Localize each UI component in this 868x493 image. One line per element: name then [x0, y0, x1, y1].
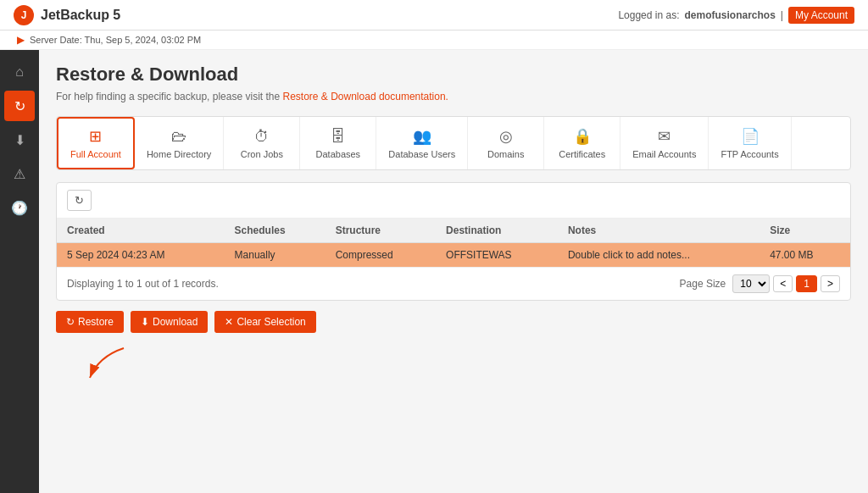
tab-ftp-accounts[interactable]: 📄 FTP Accounts: [709, 117, 791, 169]
app-title: JetBackup 5: [41, 8, 120, 23]
tab-database-users-label: Database Users: [388, 149, 455, 159]
action-buttons-area: ↻ Restore ⬇ Download ✕ Clear Selection: [56, 311, 851, 382]
my-account-button[interactable]: My Account: [788, 7, 854, 24]
pagination-display: Displaying 1 to 1 out of 1 records.: [67, 278, 219, 290]
server-date: Server Date: Thu, Sep 5, 2024, 03:02 PM: [30, 35, 201, 45]
col-header-size: Size: [760, 219, 850, 243]
tab-domains[interactable]: ◎ Domains: [468, 117, 544, 169]
cell-notes[interactable]: Double click to add notes...: [558, 243, 760, 268]
next-page-button[interactable]: >: [821, 275, 840, 292]
download-icon: ⬇: [141, 316, 149, 328]
col-header-structure: Structure: [326, 219, 436, 243]
tab-full-account[interactable]: ⊞ Full Account: [57, 117, 135, 169]
app-branding: J JetBackup 5: [14, 5, 120, 25]
current-page-button[interactable]: 1: [796, 275, 817, 292]
home-directory-icon: 🗁: [171, 128, 186, 146]
cron-jobs-icon: ⏱: [254, 128, 270, 146]
username: demofusionarchos: [684, 9, 775, 21]
app-logo: J: [14, 5, 34, 25]
arrow-annotation: [81, 340, 149, 382]
domains-icon: ◎: [499, 127, 513, 146]
logged-in-label: Logged in as:: [618, 9, 679, 21]
sidebar-item-home[interactable]: ⌂: [4, 57, 35, 87]
tab-full-account-label: Full Account: [70, 149, 121, 159]
table-row[interactable]: 5 Sep 2024 04:23 AM Manually Compressed …: [57, 243, 850, 268]
page-controls: Page Size 10 25 50 < 1 >: [680, 274, 840, 293]
certificates-icon: 🔒: [573, 127, 592, 146]
download-button[interactable]: ⬇ Download: [131, 311, 208, 333]
tab-cron-jobs-label: Cron Jobs: [241, 149, 283, 159]
col-header-notes: Notes: [558, 219, 760, 243]
server-date-bar: ▶ Server Date: Thu, Sep 5, 2024, 03:02 P…: [0, 30, 868, 50]
tab-domains-label: Domains: [487, 149, 524, 159]
ftp-accounts-icon: 📄: [741, 127, 760, 146]
tab-bar: ⊞ Full Account 🗁 Home Directory ⏱ Cron J…: [56, 116, 851, 170]
full-account-icon: ⊞: [89, 127, 102, 146]
cell-schedules: Manually: [225, 243, 326, 268]
restore-label: Restore: [78, 316, 114, 328]
separator: |: [781, 9, 783, 21]
tab-cron-jobs[interactable]: ⏱ Cron Jobs: [224, 117, 300, 169]
top-bar-right: Logged in as: demofusionarchos | My Acco…: [618, 7, 854, 24]
refresh-button[interactable]: ↻: [67, 190, 92, 211]
col-header-schedules: Schedules: [225, 219, 326, 243]
tab-email-accounts[interactable]: ✉ Email Accounts: [620, 117, 709, 169]
sidebar-item-download[interactable]: ⬇: [4, 125, 35, 155]
cell-size: 47.00 MB: [760, 243, 850, 268]
tab-databases-label: Databases: [316, 149, 361, 159]
sidebar-item-history[interactable]: 🕐: [4, 192, 35, 223]
page-subtitle: For help finding a specific backup, plea…: [56, 91, 851, 102]
restore-icon: ↻: [66, 316, 75, 328]
download-label: Download: [153, 316, 198, 328]
content-area: Restore & Download For help finding a sp…: [39, 50, 868, 493]
clear-icon: ✕: [225, 316, 233, 328]
sidebar-item-alerts[interactable]: ⚠: [4, 158, 35, 189]
page-title: Restore & Download: [56, 64, 851, 86]
tab-ftp-accounts-label: FTP Accounts: [721, 149, 778, 159]
cell-destination: OFFSITEWAS: [436, 243, 558, 268]
restore-button[interactable]: ↻ Restore: [56, 311, 124, 333]
table-toolbar: ↻: [57, 183, 850, 219]
clear-label: Clear Selection: [236, 316, 305, 328]
table-section: ↻ Created Schedules Structure Destinatio…: [56, 182, 851, 301]
backup-table: Created Schedules Structure Destination …: [57, 219, 850, 268]
col-header-destination: Destination: [436, 219, 558, 243]
tab-certificates-label: Certificates: [559, 149, 605, 159]
email-accounts-icon: ✉: [658, 127, 670, 146]
prev-page-button[interactable]: <: [773, 275, 793, 292]
cell-created: 5 Sep 2024 04:23 AM: [57, 243, 225, 268]
pagination-area: Displaying 1 to 1 out of 1 records. Page…: [57, 268, 850, 300]
tab-databases[interactable]: 🗄 Databases: [300, 117, 376, 169]
cell-structure: Compressed: [326, 243, 436, 268]
page-size-select[interactable]: 10 25 50: [732, 274, 770, 293]
page-size-label: Page Size: [680, 278, 726, 290]
sidebar: ⌂ ↻ ⬇ ⚠ 🕐: [0, 50, 39, 493]
tab-home-directory[interactable]: 🗁 Home Directory: [135, 117, 224, 169]
tab-database-users[interactable]: 👥 Database Users: [376, 117, 468, 169]
clear-selection-button[interactable]: ✕ Clear Selection: [214, 311, 315, 333]
tab-email-accounts-label: Email Accounts: [632, 149, 696, 159]
tab-home-directory-label: Home Directory: [147, 149, 211, 159]
database-users-icon: 👥: [413, 127, 431, 146]
sidebar-item-restore[interactable]: ↻: [4, 91, 35, 121]
tab-certificates[interactable]: 🔒 Certificates: [544, 117, 620, 169]
server-bar-arrow-icon: ▶: [17, 34, 25, 46]
main-layout: ⌂ ↻ ⬇ ⚠ 🕐 Restore & Download For help fi…: [0, 50, 868, 493]
subtitle-link[interactable]: Restore & Download documentation.: [283, 91, 448, 102]
subtitle-text-pre: For help finding a specific backup, plea…: [56, 91, 280, 102]
col-header-created: Created: [57, 219, 225, 243]
databases-icon: 🗄: [331, 128, 346, 146]
top-bar: J JetBackup 5 Logged in as: demofusionar…: [0, 0, 868, 30]
